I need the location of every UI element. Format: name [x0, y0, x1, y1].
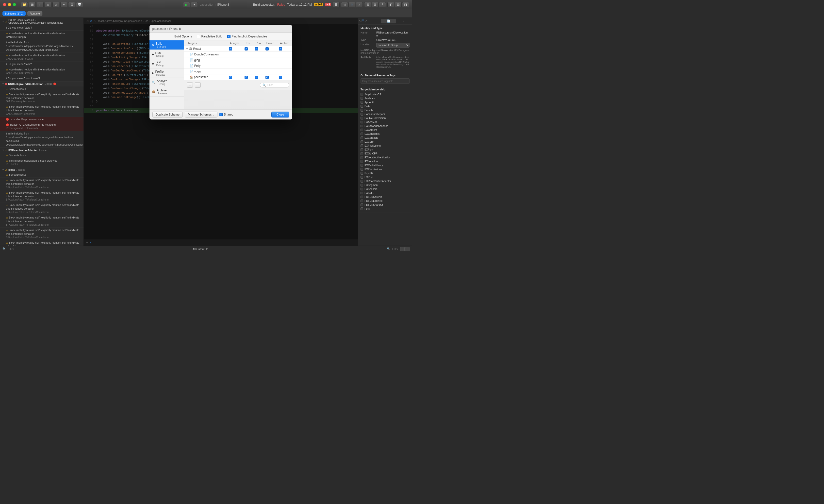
membership-item[interactable]: FBSDKCoreKit: [360, 195, 410, 199]
error-nav-icon[interactable]: ✕: [348, 2, 355, 7]
ex-group-header[interactable]: ▼ ⚠ EXReactNativeAdapter 1 issue: [0, 148, 84, 153]
output-selector[interactable]: All Output ▼: [193, 247, 208, 250]
nav-folder-icon[interactable]: 📁: [21, 2, 28, 7]
editor-assistant-icon[interactable]: ⊞: [372, 2, 379, 7]
shared-checkbox-label[interactable]: ✓ Shared: [219, 113, 233, 116]
targets-filter-field[interactable]: 🔍 Filter: [260, 83, 289, 87]
membership-checkbox[interactable]: [360, 109, 363, 112]
membership-checkbox[interactable]: [360, 160, 363, 163]
membership-checkbox[interactable]: [360, 128, 363, 131]
membership-checkbox[interactable]: [360, 164, 363, 167]
membership-item[interactable]: EXLocation: [360, 160, 410, 163]
nav-forward-icon[interactable]: ▷: [356, 2, 363, 7]
scheme-item-analyze[interactable]: 🔍 Analyze Debug: [149, 78, 184, 87]
membership-checkbox[interactable]: [360, 101, 363, 104]
shared-checkbox[interactable]: ✓: [219, 113, 223, 116]
membership-item[interactable]: EXFont: [360, 147, 410, 152]
pacesetter-test-cb[interactable]: ✓: [244, 76, 248, 79]
membership-checkbox[interactable]: [360, 207, 363, 210]
membership-item[interactable]: EXConstants: [360, 132, 410, 136]
location-select[interactable]: Relative to Group: [376, 43, 410, 47]
membership-item[interactable]: EXContacts: [360, 136, 410, 140]
membership-checkbox[interactable]: [360, 196, 363, 198]
membership-item[interactable]: EXMediaLibrary: [360, 163, 410, 167]
react-profile-cell[interactable]: ✓: [264, 46, 277, 52]
membership-checkbox[interactable]: [360, 136, 363, 139]
pacesetter-archive-cell[interactable]: ✓: [277, 74, 292, 80]
close-button[interactable]: [3, 3, 6, 6]
find-implicit-checkbox-label[interactable]: ✓ Find Implicit Dependencies: [227, 35, 267, 38]
membership-item[interactable]: EXCore: [360, 140, 410, 143]
react-analyze-cell[interactable]: ✓: [227, 46, 242, 52]
react-run-cb[interactable]: ✓: [255, 47, 258, 51]
scheme-item-run[interactable]: ▶ Run Debug: [149, 50, 184, 59]
stop-button[interactable]: ■: [191, 2, 198, 7]
react-expand-btn[interactable]: ▼: [186, 47, 188, 50]
pacesetter-analyze-cb[interactable]: ✓: [229, 76, 232, 79]
nav-search-icon[interactable]: ◻: [37, 2, 43, 7]
debug-toggle[interactable]: ⊡: [395, 2, 402, 7]
membership-checkbox[interactable]: [360, 168, 363, 171]
pacesetter-analyze-cell[interactable]: ✓: [227, 74, 242, 80]
membership-checkbox[interactable]: [360, 144, 363, 147]
membership-checkbox[interactable]: [360, 203, 363, 206]
membership-item[interactable]: EXPrint: [360, 175, 410, 179]
membership-item[interactable]: Branch: [360, 108, 410, 112]
activity-icon[interactable]: ☰: [333, 2, 339, 7]
add-target-btn[interactable]: +: [187, 82, 193, 88]
duplicate-scheme-btn[interactable]: Duplicate Scheme: [152, 112, 183, 117]
tags-input-area[interactable]: Only resources are taggable: [360, 78, 410, 84]
play-button[interactable]: ▶: [183, 2, 190, 7]
membership-item[interactable]: EXFileSystem: [360, 143, 410, 147]
pacesetter-run-cb[interactable]: ✓: [255, 76, 258, 79]
scheme-item-profile[interactable]: ▶ Profile Release: [149, 69, 184, 78]
membership-checkbox[interactable]: [360, 148, 363, 151]
react-archive-cb[interactable]: ✓: [279, 47, 282, 51]
nav-warning-icon[interactable]: ⚠: [44, 2, 51, 7]
maximize-button[interactable]: [13, 3, 16, 6]
membership-checkbox[interactable]: [360, 176, 363, 179]
remove-target-btn[interactable]: −: [195, 82, 201, 88]
nav-split-icon[interactable]: ⊡: [68, 2, 75, 7]
rnbg-group-header[interactable]: ▼ RNBackgroundGeolocation 1 issue 🔴: [0, 82, 84, 87]
nav-back-icon[interactable]: ◁: [341, 2, 348, 7]
scheme-item-build[interactable]: ⚙ Build 2 targets: [149, 40, 184, 50]
membership-item[interactable]: EXGL-CPP: [360, 152, 410, 156]
close-button[interactable]: Close: [272, 112, 289, 117]
membership-item[interactable]: Amplitude-iOS: [360, 92, 410, 96]
membership-item[interactable]: EXLocalAuthentication: [360, 156, 410, 160]
inspector-toggle[interactable]: ◨: [402, 2, 409, 7]
membership-item[interactable]: FBSDKLoginKit: [360, 199, 410, 203]
membership-item[interactable]: CocoaLumberjack: [360, 112, 410, 116]
membership-item[interactable]: EXBarCodeScanner: [360, 124, 410, 128]
minimize-button[interactable]: [8, 3, 11, 6]
bolts-group-header[interactable]: ▼ ⚠ Bolts 7 issues: [0, 167, 84, 172]
membership-item[interactable]: Bolts: [360, 104, 410, 108]
scheme-item-archive[interactable]: 📦 Archive Release: [149, 87, 184, 97]
membership-checkbox[interactable]: [360, 192, 363, 194]
nav-list-icon[interactable]: ≡: [60, 2, 67, 7]
membership-item[interactable]: EXPermissions: [360, 167, 410, 171]
navigator-toggle[interactable]: ◧: [387, 2, 394, 7]
membership-item[interactable]: Folly: [360, 207, 410, 211]
membership-checkbox[interactable]: [360, 132, 363, 135]
inspector-nav-forward[interactable]: ▷: [365, 19, 367, 23]
react-test-cb[interactable]: ✓: [244, 47, 248, 51]
membership-checkbox[interactable]: [360, 172, 363, 175]
inspector-tab-help[interactable]: ?: [396, 19, 411, 23]
react-analyze-cb[interactable]: ✓: [229, 47, 232, 51]
layout-split-btn[interactable]: [405, 247, 410, 251]
pacesetter-archive-cb[interactable]: ✓: [279, 76, 282, 79]
react-archive-cell[interactable]: ✓: [277, 46, 292, 52]
react-test-cell[interactable]: ✓: [242, 46, 253, 52]
manage-schemes-btn[interactable]: Manage Schemes...: [185, 112, 217, 117]
membership-checkbox[interactable]: [360, 117, 363, 119]
editor-version-icon[interactable]: ⋮: [379, 2, 386, 7]
find-implicit-checkbox[interactable]: ✓: [227, 35, 230, 38]
membership-checkbox[interactable]: [360, 156, 363, 159]
membership-checkbox[interactable]: [360, 105, 363, 108]
react-profile-cb[interactable]: ✓: [266, 47, 269, 51]
membership-checkbox[interactable]: [360, 113, 363, 115]
inspector-tab-file[interactable]: 📄: [381, 19, 396, 23]
membership-item[interactable]: AppAuth: [360, 100, 410, 104]
